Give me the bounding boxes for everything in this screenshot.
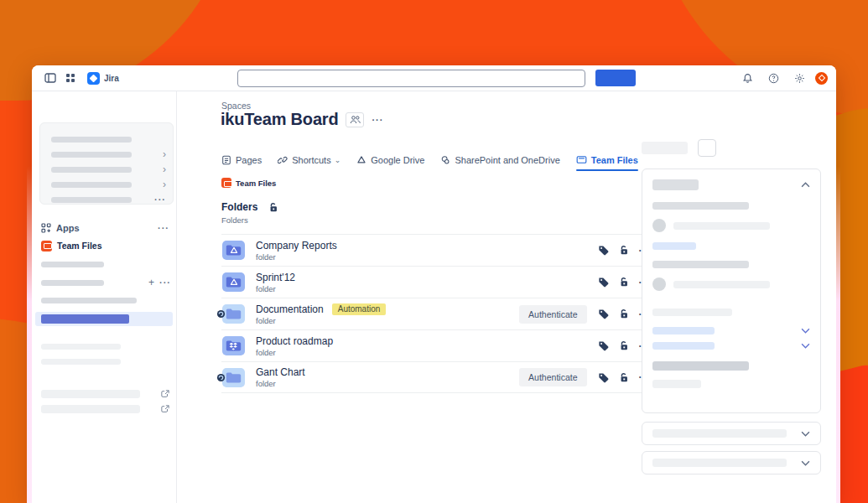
onedrive-folder-icon [222,368,245,387]
folder-row[interactable]: Gant ChartfolderAuthenticate··· [221,361,657,393]
chevron-right-icon[interactable]: › [163,149,166,159]
user-avatar[interactable] [815,72,828,85]
skeleton-bar [652,261,749,268]
folder-list: Company Reportsfolder···Sprint'12folder·… [221,234,657,393]
folder-type-label: folder [256,316,519,325]
sidebar-external-link-row[interactable] [41,390,169,398]
skeleton-bar [642,142,688,154]
folders-heading: Folders [221,201,257,213]
sidebar-skeleton-row: +··· [41,277,171,288]
unlock-icon[interactable] [619,340,629,351]
unlock-icon[interactable] [619,372,629,383]
authenticate-button[interactable]: Authenticate [519,305,586,324]
tab-google-drive[interactable]: Google Drive [356,155,424,169]
team-files-app-icon [221,178,231,188]
folder-name[interactable]: Gant Chart [256,366,305,378]
skeleton-bar [51,167,132,173]
app-window: Jira › › › ··· Apps ··· [32,65,836,503]
chevron-down-icon[interactable] [801,431,810,437]
app-name: Jira [104,74,119,83]
left-sidebar: › › › ··· Apps ··· Team Files +··· [32,91,177,503]
chevron-down-icon[interactable] [801,460,810,466]
app-logo[interactable]: Jira [87,72,119,85]
teamfiles-icon [576,155,587,164]
skeleton-bar [41,280,104,286]
sidebar-selected-item[interactable] [35,312,173,326]
tab-label: Team Files [591,155,638,165]
tag-icon[interactable] [598,372,609,383]
skeleton-bar [652,459,787,467]
folder-row[interactable]: Product roadmapfolder··· [221,329,657,361]
panel-toggle-button[interactable] [698,139,716,157]
chevron-right-icon[interactable]: › [163,179,166,189]
unlock-icon[interactable] [619,309,629,319]
tag-icon[interactable] [598,309,609,319]
tab-label: Shortcuts [292,155,330,165]
apps-section-label: Apps [56,223,153,233]
sidebar-item-team-files[interactable]: Team Files [41,239,169,252]
folder-name[interactable]: Company Reports [256,240,337,252]
tab-shortcuts[interactable]: Shortcuts⌄ [278,155,340,169]
folder-name[interactable]: Sprint'12 [256,272,295,283]
unlock-icon[interactable] [619,277,629,288]
authenticate-button[interactable]: Authenticate [519,368,586,386]
chevron-down-icon: ⌄ [335,156,341,164]
people-icon [350,115,361,124]
app-switcher-icon[interactable] [60,69,81,87]
tab-sharepoint-and-onedrive[interactable]: SharePoint and OneDrive [440,155,559,169]
add-icon[interactable]: + [148,277,154,288]
pages-icon [221,155,231,165]
primary-action-button[interactable] [595,70,636,86]
right-panel [642,91,836,503]
folder-row[interactable]: Company Reportsfolder··· [221,234,657,266]
tab-team-files[interactable]: Team Files [576,155,638,169]
tab-label: Pages [236,155,262,165]
more-options-icon[interactable]: ··· [154,194,166,205]
skeleton-bar [41,344,121,350]
more-options-icon[interactable]: ··· [159,277,171,288]
skeleton-bar [41,359,121,365]
chevron-right-icon[interactable]: › [163,164,166,174]
folder-type-label: folder [256,284,598,293]
skeleton-bar [673,222,770,230]
link-icon [278,155,288,165]
gdrive-folder-icon [222,272,245,292]
tab-label: SharePoint and OneDrive [455,155,559,165]
page-more-options-icon[interactable]: ··· [372,115,383,125]
chevron-up-icon[interactable] [801,182,810,188]
folder-name[interactable]: Product roadmap [256,335,333,347]
apps-more-icon[interactable]: ··· [158,223,169,233]
jira-logo-icon [87,72,100,85]
details-card [642,169,821,413]
folder-row[interactable]: Sprint'12folder··· [221,266,657,298]
onedrive-folder-icon [222,304,245,324]
folder-name[interactable]: Documentation [256,303,324,315]
chevron-down-icon[interactable] [801,328,810,334]
folder-row[interactable]: DocumentationAutomationfolderAuthenticat… [221,298,657,329]
sidebar-skeleton-panel: › › › ··· [39,122,174,205]
chevron-down-icon[interactable] [801,343,810,349]
settings-gear-icon[interactable] [789,69,809,87]
avatar-diamond-icon [818,75,824,81]
search-input[interactable] [237,70,585,87]
members-button[interactable] [346,112,364,127]
collapsed-card[interactable] [642,451,821,474]
tag-icon[interactable] [598,245,609,256]
skeleton-bar [51,152,132,158]
sidebar-toggle-icon[interactable] [40,69,60,87]
tag-icon[interactable] [598,340,609,351]
gdrive-icon [356,155,366,164]
skeleton-link-bar [652,327,715,334]
unlock-icon[interactable] [619,245,629,256]
sidebar-external-link-row[interactable] [41,405,169,413]
notifications-bell-icon[interactable] [737,69,757,87]
automation-badge: Automation [332,303,387,315]
collapsed-card[interactable] [642,422,821,445]
avatar-skeleton [652,277,666,291]
tab-pages[interactable]: Pages [221,155,262,169]
tag-icon[interactable] [598,277,609,288]
folders-subheading: Folders [221,215,248,225]
help-icon[interactable] [763,69,783,87]
unlock-icon[interactable] [268,202,278,213]
skeleton-bar [41,405,140,413]
